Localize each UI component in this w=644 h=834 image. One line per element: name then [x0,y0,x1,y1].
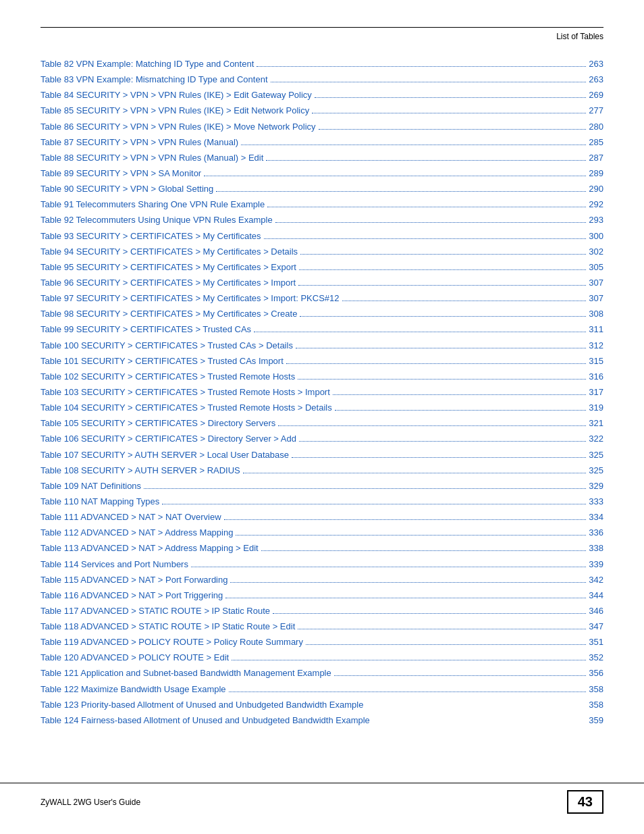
list-item: Table 115 ADVANCED > NAT > Port Forwardi… [41,573,603,587]
list-item: Table 103 SECURITY > CERTIFICATES > Trus… [41,386,603,399]
toc-link[interactable]: Table 88 SECURITY > VPN > VPN Rules (Man… [41,151,263,165]
list-item: Table 119 ADVANCED > POLICY ROUTE > Poli… [41,635,603,649]
list-item: Table 86 SECURITY > VPN > VPN Rules (IKE… [41,120,603,134]
toc-dots [312,113,586,113]
toc-page: 358 [589,698,603,712]
toc-page: 329 [589,479,603,493]
toc-link[interactable]: Table 116 ADVANCED > NAT > Port Triggeri… [41,589,223,602]
toc-link[interactable]: Table 114 Services and Port Numbers [41,558,188,571]
toc-dots [319,129,587,130]
list-item: Table 121 Application and Subnet-based B… [41,667,603,680]
toc-link[interactable]: Table 124 Fairness-based Allotment of Un… [41,714,502,727]
toc-page: 287 [589,151,603,165]
toc-link[interactable]: Table 108 SECURITY > AUTH SERVER > RADIU… [41,464,240,477]
toc-link[interactable]: Table 99 SECURITY > CERTIFICATES > Trust… [41,323,251,336]
toc-link[interactable]: Table 110 NAT Mapping Types [41,495,159,509]
toc-dots [204,176,586,176]
toc-page: 352 [589,651,603,664]
toc-page: 269 [589,88,603,102]
toc-page: 336 [589,526,603,540]
toc-link[interactable]: Table 85 SECURITY > VPN > VPN Rules (IKE… [41,104,309,118]
toc-dots [278,425,586,426]
list-item: Table 118 ADVANCED > STATIC ROUTE > IP S… [41,620,603,633]
toc-dots [236,535,586,536]
toc-dots [216,191,586,192]
toc-dots [300,254,586,255]
page: List of Tables Table 82 VPN Example: Mat… [0,0,644,834]
toc-page: 285 [589,136,603,149]
toc-link[interactable]: Table 97 SECURITY > CERTIFICATES > My Ce… [41,292,340,305]
toc-page: 344 [589,589,603,602]
footer: ZyWALL 2WG User's Guide 43 [0,783,644,814]
toc-page: 302 [589,245,603,259]
toc-link[interactable]: Table 113 ADVANCED > NAT > Address Mappi… [41,542,259,555]
toc-link[interactable]: Table 103 SECURITY > CERTIFICATES > Trus… [41,386,330,399]
toc-link[interactable]: Table 122 Maximize Bandwidth Usage Examp… [41,683,226,696]
toc-link[interactable]: Table 120 ADVANCED > POLICY ROUTE > Edit [41,651,229,664]
toc-link[interactable]: Table 117 ADVANCED > STATIC ROUTE > IP S… [41,604,270,618]
toc-link[interactable]: Table 93 SECURITY > CERTIFICATES > My Ce… [41,230,261,243]
toc-page: 300 [589,230,603,243]
list-item: Table 84 SECURITY > VPN > VPN Rules (IKE… [41,88,603,102]
toc-page: 356 [589,667,603,680]
toc-link[interactable]: Table 87 SECURITY > VPN > VPN Rules (Man… [41,136,238,149]
toc-page: 307 [589,292,603,305]
toc-link[interactable]: Table 98 SECURITY > CERTIFICATES > My Ce… [41,307,297,321]
toc-page: 319 [589,401,603,415]
toc-link[interactable]: Table 82 VPN Example: Matching ID Type a… [41,57,254,71]
toc-link[interactable]: Table 107 SECURITY > AUTH SERVER > Local… [41,448,289,462]
toc-link[interactable]: Table 109 NAT Definitions [41,479,141,493]
toc-link[interactable]: Table 96 SECURITY > CERTIFICATES > My Ce… [41,276,296,290]
toc-dots [144,488,586,489]
toc-dots [241,145,586,145]
toc-dots [299,441,586,442]
toc-link[interactable]: Table 94 SECURITY > CERTIFICATES > My Ce… [41,245,298,259]
toc-page: 307 [589,276,603,290]
toc-dots [232,660,586,660]
toc-link[interactable]: Table 89 SECURITY > VPN > SA Monitor [41,167,201,180]
toc-link[interactable]: Table 104 SECURITY > CERTIFICATES > Trus… [41,401,332,415]
toc-page: 312 [589,339,603,353]
list-item: Table 122 Maximize Bandwidth Usage Examp… [41,683,603,696]
toc-page: 292 [589,198,603,211]
toc-page: 316 [589,370,603,384]
toc-dots [267,207,586,207]
toc-link[interactable]: Table 101 SECURITY > CERTIFICATES > Trus… [41,355,284,368]
toc-link[interactable]: Table 100 SECURITY > CERTIFICATES > Trus… [41,339,293,353]
list-item: Table 99 SECURITY > CERTIFICATES > Trust… [41,323,603,336]
list-item: Table 90 SECURITY > VPN > Global Setting… [41,182,603,196]
list-item: Table 106 SECURITY > CERTIFICATES > Dire… [41,432,603,446]
toc-link[interactable]: Table 91 Telecommuters Sharing One VPN R… [41,198,265,211]
list-item: Table 104 SECURITY > CERTIFICATES > Trus… [41,401,603,415]
toc-link[interactable]: Table 115 ADVANCED > NAT > Port Forwardi… [41,573,227,587]
list-item: Table 111 ADVANCED > NAT > NAT Overview3… [41,511,603,524]
list-item: Table 93 SECURITY > CERTIFICATES > My Ce… [41,230,603,243]
toc-page: 338 [589,542,603,555]
toc-link[interactable]: Table 121 Application and Subnet-based B… [41,667,331,680]
list-item: Table 108 SECURITY > AUTH SERVER > RADIU… [41,464,603,477]
toc-link[interactable]: Table 123 Priority-based Allotment of Un… [41,698,502,712]
toc-dots [286,363,587,364]
toc-link[interactable]: Table 111 ADVANCED > NAT > NAT Overview [41,511,221,524]
toc-link[interactable]: Table 84 SECURITY > VPN > VPN Rules (IKE… [41,88,312,102]
list-item: Table 94 SECURITY > CERTIFICATES > My Ce… [41,245,603,259]
list-item: Table 95 SECURITY > CERTIFICATES > My Ce… [41,261,603,274]
toc-dots [229,692,587,692]
toc-dots [342,301,587,301]
toc-link[interactable]: Table 83 VPN Example: Mismatching ID Typ… [41,73,268,86]
list-item: Table 112 ADVANCED > NAT > Address Mappi… [41,526,603,540]
toc-link[interactable]: Table 102 SECURITY > CERTIFICATES > Trus… [41,370,295,384]
list-item: Table 83 VPN Example: Mismatching ID Typ… [41,73,603,86]
toc-link[interactable]: Table 86 SECURITY > VPN > VPN Rules (IKE… [41,120,316,134]
toc-link[interactable]: Table 119 ADVANCED > POLICY ROUTE > Poli… [41,635,303,649]
toc-link[interactable]: Table 106 SECURITY > CERTIFICATES > Dire… [41,432,296,446]
list-item: Table 110 NAT Mapping Types333 [41,495,603,509]
toc-link[interactable]: Table 95 SECURITY > CERTIFICATES > My Ce… [41,261,296,274]
toc-link[interactable]: Table 118 ADVANCED > STATIC ROUTE > IP S… [41,620,295,633]
toc-link[interactable]: Table 92 Telecommuters Using Unique VPN … [41,213,273,227]
toc-dots [306,644,586,645]
toc-link[interactable]: Table 90 SECURITY > VPN > Global Setting [41,182,213,196]
toc-link[interactable]: Table 112 ADVANCED > NAT > Address Mappi… [41,526,233,540]
toc-page: 339 [589,558,603,571]
toc-link[interactable]: Table 105 SECURITY > CERTIFICATES > Dire… [41,417,275,430]
